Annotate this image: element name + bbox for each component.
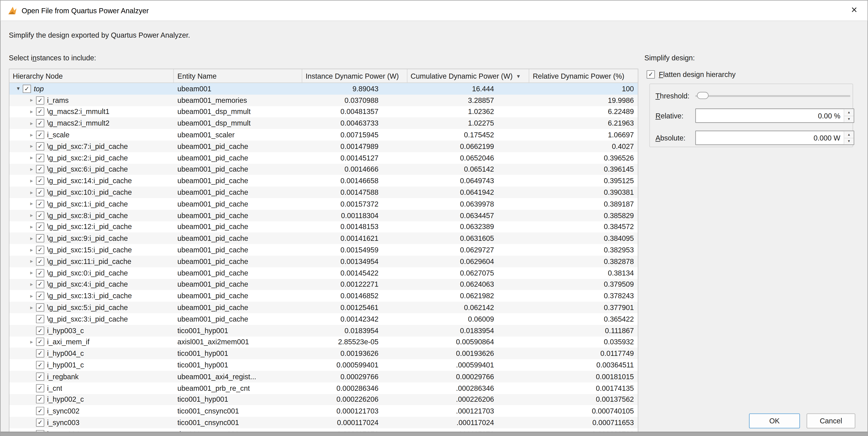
cancel-button[interactable]: Cancel (807, 413, 856, 429)
table-row[interactable]: ▸✓i_scaleubeam001_scaler0.007159450.1754… (9, 129, 638, 141)
row-checkbox[interactable]: ✓ (36, 257, 44, 266)
slider-handle[interactable] (697, 92, 709, 99)
ok-button[interactable]: OK (749, 413, 800, 429)
table-row[interactable]: ▸✓i_axi_mem_ifaxisl001_axi2mem0012.85523… (9, 336, 638, 348)
absolute-input[interactable] (695, 131, 854, 145)
close-icon[interactable]: × (847, 3, 861, 17)
relative-input[interactable] (695, 108, 854, 123)
col-entity-name[interactable]: Entity Name (174, 69, 302, 83)
row-checkbox[interactable]: ✓ (36, 326, 44, 335)
table-row[interactable]: ▸✓\g_pid_sxc:1:i_pid_cacheubeam001_pid_c… (9, 198, 638, 210)
table-row[interactable]: ▸✓\g_pid_sxc:14:i_pid_cacheubeam001_pid_… (9, 175, 638, 187)
row-checkbox[interactable]: ✓ (36, 407, 44, 415)
expand-icon[interactable]: ▸ (27, 210, 36, 221)
table-row[interactable]: ▸✓\g_pid_sxc:12:i_pid_cacheubeam001_pid_… (9, 221, 638, 232)
table-row[interactable]: ✓i_cntubeam001_prb_re_cnt0.000286346.000… (9, 382, 638, 394)
table-row[interactable]: ▸✓\g_pid_sxc:2:i_pid_cacheubeam001_pid_c… (9, 152, 638, 164)
row-checkbox[interactable]: ✓ (36, 280, 44, 288)
expand-icon[interactable]: ▸ (27, 233, 36, 244)
row-checkbox[interactable]: ✓ (36, 349, 44, 357)
expand-icon[interactable]: ▸ (27, 176, 36, 187)
absolute-spin-up-icon[interactable]: ▲ (844, 131, 854, 137)
table-row[interactable]: ▾✓topubeam0019.8904316.444100 (9, 83, 638, 95)
row-checkbox[interactable]: ✓ (36, 418, 44, 427)
row-checkbox[interactable]: ✓ (36, 361, 44, 369)
table-row[interactable]: ▸✓\g_pid_sxc:8:i_pid_cacheubeam001_pid_c… (9, 210, 638, 221)
row-checkbox[interactable]: ✓ (36, 384, 44, 392)
table-row[interactable]: ✓i_hyp002_ctico001_hyp0010.000226206.000… (9, 394, 638, 405)
collapse-icon[interactable]: ▾ (14, 83, 23, 94)
row-checkbox[interactable]: ✓ (36, 165, 44, 173)
expand-icon[interactable]: ▸ (27, 302, 36, 313)
row-checkbox[interactable]: ✓ (36, 315, 44, 323)
row-checkbox[interactable]: ✓ (36, 223, 44, 231)
expand-icon[interactable]: ▸ (27, 290, 36, 302)
table-row[interactable]: ✓i_hyp001_ctico001_hyp0010.000599401.000… (9, 359, 638, 371)
row-checkbox[interactable]: ✓ (36, 292, 44, 300)
flatten-checkbox[interactable]: ✓ (647, 70, 655, 79)
row-checkbox[interactable]: ✓ (36, 396, 44, 404)
table-row[interactable]: ✓i_sync002tico001_cnsync0010.000121703.0… (9, 405, 638, 417)
row-checkbox[interactable]: ✓ (36, 119, 44, 127)
table-row[interactable]: ▸✓\g_pid_sxc:13:i_pid_cacheubeam001_pid_… (9, 290, 638, 302)
expand-icon[interactable]: ▸ (27, 129, 36, 141)
table-row[interactable]: ▸✓\g_pid_sxc:11:i_pid_cacheubeam001_pid_… (9, 256, 638, 267)
row-checkbox[interactable]: ✓ (23, 85, 31, 93)
table-row[interactable]: ✓i_hyp003_ctico001_hyp0010.01839540.0183… (9, 325, 638, 336)
expand-icon[interactable]: ▸ (27, 187, 36, 198)
table-row[interactable]: ▸✓\g_pid_sxc:7:i_pid_cacheubeam001_pid_c… (9, 141, 638, 152)
table-row[interactable]: ▸✓\g_pid_sxc:6:i_pid_cacheubeam001_pid_c… (9, 164, 638, 175)
table-row[interactable]: ✓i_regbankubeam001_axi4_regist...0.00029… (9, 371, 638, 382)
table-row[interactable]: ▸✓i_ramsubeam001_memories0.03709883.2885… (9, 94, 638, 106)
relative-spinbox[interactable]: ▲ ▼ (695, 108, 854, 123)
row-checkbox[interactable]: ✓ (36, 108, 44, 116)
table-row[interactable]: ✓i_hyp004_ctico001_hyp0010.001936260.001… (9, 348, 638, 359)
col-instance-power[interactable]: Instance Dynamic Power (W) (302, 69, 407, 83)
table-row[interactable]: ▸✓\g_pid_sxc:10:i_pid_cacheubeam001_pid_… (9, 187, 638, 198)
expand-icon[interactable]: ▸ (27, 337, 36, 348)
table-row[interactable]: ▸✓\g_macs2:i_mmult2ubeam001_dsp_mmult0.0… (9, 118, 638, 129)
table-row[interactable]: ✓\g_pid_sxc:3:i_pid_cacheubeam001_pid_ca… (9, 313, 638, 325)
table-row[interactable]: ▸✓\g_pid_sxc:15:i_pid_cacheubeam001_pid_… (9, 244, 638, 256)
row-checkbox[interactable]: ✓ (36, 269, 44, 277)
table-row[interactable]: ▸✓\g_pid_sxc:5:i_pid_cacheubeam001_pid_c… (9, 302, 638, 313)
row-checkbox[interactable]: ✓ (36, 131, 44, 139)
expand-icon[interactable]: ▸ (27, 95, 36, 106)
relative-spin-up-icon[interactable]: ▲ (844, 109, 854, 115)
expand-icon[interactable]: ▸ (27, 256, 36, 267)
threshold-slider[interactable] (695, 91, 850, 101)
expand-icon[interactable]: ▸ (27, 244, 36, 255)
expand-icon[interactable]: ▸ (27, 267, 36, 278)
row-checkbox[interactable]: ✓ (36, 96, 44, 104)
expand-icon[interactable]: ▸ (27, 198, 36, 210)
table-row[interactable]: ▸✓\g_pid_sxc:9:i_pid_cacheubeam001_pid_c… (9, 232, 638, 244)
row-checkbox[interactable]: ✓ (36, 234, 44, 243)
row-checkbox[interactable]: ✓ (36, 154, 44, 162)
flatten-hierarchy-option[interactable]: ✓ Flatten design hierarchy (647, 70, 736, 79)
col-hierarchy-node[interactable]: Hierarchy Node (9, 69, 174, 83)
col-cumulative-power[interactable]: Cumulative Dynamic Power (W)▼ (407, 69, 529, 83)
relative-spin-down-icon[interactable]: ▼ (844, 116, 854, 122)
row-checkbox[interactable]: ✓ (36, 303, 44, 311)
expand-icon[interactable]: ▸ (27, 141, 36, 152)
expand-icon[interactable]: ▸ (27, 221, 36, 232)
expand-icon[interactable]: ▸ (27, 106, 36, 117)
col-relative-power[interactable]: Relative Dynamic Power (%) (529, 69, 638, 83)
row-checkbox[interactable]: ✓ (36, 338, 44, 346)
expand-icon[interactable]: ▸ (27, 279, 36, 290)
row-checkbox[interactable]: ✓ (36, 200, 44, 208)
table-row[interactable]: ▸✓\g_pid_sxc:4:i_pid_cacheubeam001_pid_c… (9, 279, 638, 290)
row-checkbox[interactable]: ✓ (36, 188, 44, 196)
expand-icon[interactable]: ▸ (27, 118, 36, 129)
row-checkbox[interactable]: ✓ (36, 142, 44, 150)
expand-icon[interactable]: ▸ (27, 152, 36, 163)
absolute-spin-down-icon[interactable]: ▼ (844, 137, 854, 145)
expand-icon[interactable]: ▸ (27, 164, 36, 175)
table-row[interactable]: ✓i_sync003tico001_cnsync0010.000117024.0… (9, 417, 638, 429)
row-checkbox[interactable]: ✓ (36, 177, 44, 185)
table-row[interactable]: ▸✓\g_macs2:i_mmult1ubeam001_dsp_mmult0.0… (9, 106, 638, 118)
absolute-spinbox[interactable]: ▲ ▼ (695, 131, 854, 145)
table-row[interactable]: ▸✓\g_pid_sxc:0:i_pid_cacheubeam001_pid_c… (9, 267, 638, 279)
row-checkbox[interactable]: ✓ (36, 246, 44, 254)
row-checkbox[interactable]: ✓ (36, 211, 44, 219)
